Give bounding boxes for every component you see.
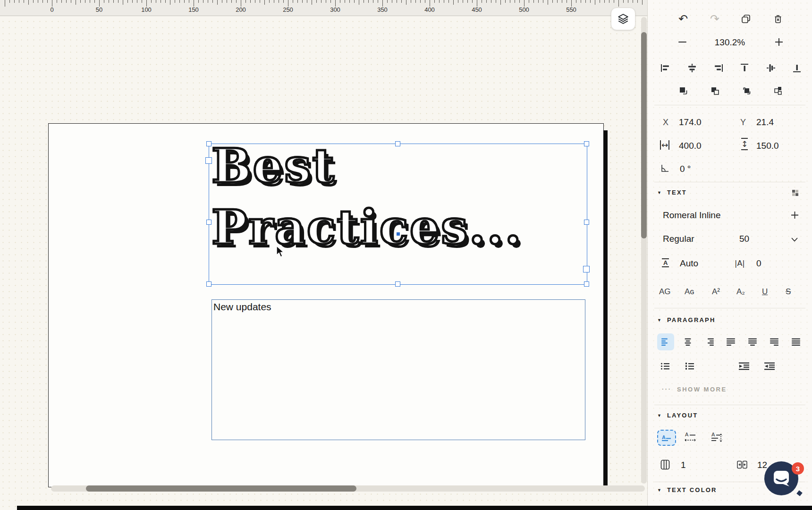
chevron-down-icon: ▼ <box>657 318 661 323</box>
strikethrough-button[interactable]: S <box>786 287 791 297</box>
underline-button[interactable]: U <box>762 287 768 297</box>
x-label: X <box>663 118 668 128</box>
increase-indent-button[interactable] <box>738 362 750 370</box>
align-right-button[interactable] <box>713 63 724 73</box>
letter-spacing-icon: |A| <box>735 259 745 268</box>
send-backward-button[interactable] <box>710 85 720 96</box>
text-justify-left-button[interactable] <box>726 337 736 347</box>
undo-button[interactable]: ↶ <box>677 12 690 26</box>
selection-handle-bottom-mid[interactable] <box>395 281 400 287</box>
subscript-button[interactable]: A₂ <box>736 287 745 297</box>
zoom-level[interactable]: 130.2% <box>648 37 812 48</box>
send-to-back-button[interactable] <box>773 85 783 96</box>
width-value[interactable]: 400.0 <box>679 141 702 151</box>
text-section-header[interactable]: ▼ TEXT <box>657 189 687 196</box>
rotation-value[interactable]: 0 ° <box>680 164 691 174</box>
svg-text:A: A <box>711 432 715 437</box>
selection-handle-bottom-right[interactable] <box>584 281 589 287</box>
align-center-horizontal-button[interactable] <box>687 63 697 73</box>
uppercase-button[interactable]: AG <box>659 287 671 297</box>
selection-handle-right-lower[interactable] <box>583 266 590 272</box>
layout-fixed-width-button[interactable]: A <box>684 431 698 445</box>
duplicate-button[interactable] <box>739 12 753 26</box>
smallcaps-button[interactable]: Aɢ <box>685 287 694 297</box>
chat-notification-badge: 3 <box>792 462 804 475</box>
height-icon: ↕ <box>741 140 748 149</box>
duplicate-icon <box>741 14 751 24</box>
bullet-list-button[interactable] <box>660 362 670 370</box>
height-value[interactable]: 150.0 <box>756 141 779 151</box>
panel-divider <box>647 0 648 510</box>
font-size-input[interactable]: 50 <box>739 234 749 244</box>
undo-icon: ↶ <box>678 13 688 25</box>
text-styles-grid-icon[interactable] <box>792 190 798 196</box>
line-height-value[interactable]: Auto <box>680 258 698 269</box>
chevron-down-icon: ▼ <box>657 488 661 493</box>
show-more-button[interactable]: SHOW MORE <box>677 386 727 393</box>
layout-auto-height-button[interactable]: A <box>710 431 724 445</box>
columns-value[interactable]: 1 <box>681 460 686 470</box>
text-justify-right-icon <box>770 338 779 346</box>
selection-handle-top-left[interactable] <box>206 141 211 146</box>
align-left-button[interactable] <box>660 63 670 73</box>
layout-section-title: LAYOUT <box>667 412 698 419</box>
text-align-center-button[interactable] <box>683 337 693 347</box>
mouse-cursor-icon <box>276 246 286 258</box>
layers-button[interactable] <box>611 8 635 30</box>
chevron-down-icon: ▼ <box>657 413 661 418</box>
bottom-edge-bar <box>17 506 812 510</box>
align-middle-vertical-button[interactable] <box>766 63 776 73</box>
add-text-style-button[interactable] <box>789 210 800 220</box>
text-justify-center-button[interactable] <box>748 337 757 347</box>
text-justify-all-icon <box>791 338 801 346</box>
text-color-section-title: TEXT COLOR <box>667 486 717 493</box>
chevron-down-icon: ▼ <box>657 190 661 195</box>
text-justify-right-button[interactable] <box>770 337 779 347</box>
letter-spacing-value[interactable]: 0 <box>756 258 761 269</box>
body-text-frame[interactable] <box>211 299 585 440</box>
divider <box>654 308 805 308</box>
line-height-icon: A <box>662 258 669 267</box>
selection-handle-right-mid[interactable] <box>584 220 589 225</box>
x-value[interactable]: 174.0 <box>679 117 702 128</box>
layout-auto-width-button[interactable]: A <box>657 430 676 446</box>
vertical-scrollbar-thumb[interactable] <box>641 32 647 238</box>
selection-box[interactable] <box>209 144 587 285</box>
layers-icon <box>617 13 629 25</box>
selection-handle-top-mid[interactable] <box>395 141 400 146</box>
delete-button[interactable] <box>771 12 785 26</box>
bring-forward-button[interactable] <box>678 85 688 96</box>
horizontal-scrollbar-thumb[interactable] <box>86 485 356 492</box>
font-name-select[interactable]: Romeral Inline <box>663 210 721 221</box>
superscript-button[interactable]: A² <box>712 287 720 297</box>
divider <box>654 105 805 105</box>
text-align-right-icon <box>705 338 714 346</box>
paragraph-section-header[interactable]: ▼ PARAGRAPH <box>657 316 716 323</box>
text-align-center-icon <box>683 338 693 346</box>
text-justify-all-button[interactable] <box>791 337 801 347</box>
body-text[interactable]: New updates <box>213 301 271 313</box>
text-color-section-header[interactable]: ▼ TEXT COLOR <box>657 486 717 493</box>
selection-handle-bottom-left[interactable] <box>206 281 211 287</box>
chat-badge-count: 3 <box>796 465 800 473</box>
selection-handle-left-mid[interactable] <box>206 220 211 225</box>
redo-button[interactable]: ↷ <box>708 12 721 26</box>
decrease-indent-button[interactable] <box>764 362 775 370</box>
text-justify-center-icon <box>748 338 757 346</box>
redo-icon: ↷ <box>710 13 719 25</box>
font-weight-select[interactable]: Regular <box>663 234 694 244</box>
zoom-in-button[interactable] <box>774 37 784 47</box>
y-value[interactable]: 21.4 <box>756 117 774 128</box>
selection-handle-top-right[interactable] <box>584 141 589 146</box>
font-size-dropdown-chevron[interactable] <box>790 237 799 242</box>
text-align-right-button[interactable] <box>705 337 714 347</box>
selection-handle-left-upper[interactable] <box>205 157 212 164</box>
show-more-dots[interactable]: ··· <box>662 385 672 392</box>
bring-to-front-button[interactable] <box>741 85 752 96</box>
align-bottom-button[interactable] <box>792 63 802 73</box>
layout-section-header[interactable]: ▼ LAYOUT <box>657 412 698 419</box>
text-align-left-button[interactable] <box>657 333 674 350</box>
align-top-button[interactable] <box>739 63 750 73</box>
text-align-left-icon <box>661 338 670 346</box>
numbered-list-button[interactable] <box>685 362 695 370</box>
